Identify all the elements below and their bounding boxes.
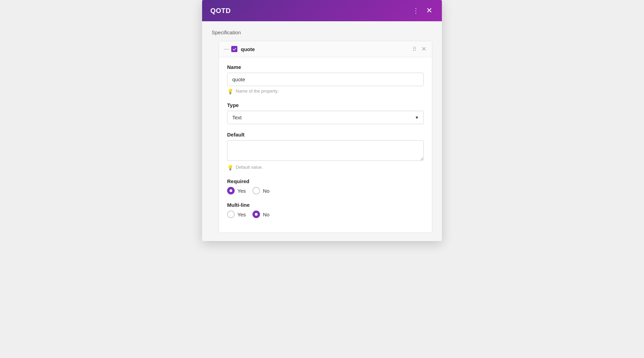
name-hint-icon: 💡: [227, 88, 234, 95]
default-hint-icon: 💡: [227, 165, 234, 171]
property-name: quote: [241, 46, 412, 52]
modal-more-options-button[interactable]: ⋮: [411, 7, 421, 15]
modal: QOTD ⋮ ✕ Specification —: [202, 0, 442, 241]
name-hint-text: Name of the property.: [236, 88, 278, 94]
multiline-yes-option[interactable]: Yes: [227, 211, 246, 218]
modal-header: QOTD ⋮ ✕: [202, 0, 442, 21]
default-hint-row: 💡 Default value.: [227, 165, 424, 171]
type-select-wrapper: Text Number Boolean Date ▼: [227, 111, 424, 124]
property-dots-icon: ⠿: [412, 46, 417, 52]
property-header-actions: ⠿ ✕: [412, 45, 427, 53]
name-hint-row: 💡 Name of the property.: [227, 88, 424, 95]
name-field-group: Name 💡 Name of the property.: [227, 64, 424, 95]
property-more-options-button[interactable]: ⠿: [412, 45, 417, 53]
default-input[interactable]: [227, 140, 424, 161]
multiline-no-label: No: [263, 212, 269, 217]
close-icon: ✕: [426, 6, 432, 15]
property-close-icon: ✕: [421, 46, 426, 52]
multiline-yes-label: Yes: [237, 212, 246, 217]
required-field-group: Required Yes No: [227, 178, 424, 194]
property-block: — quote ⠿ ✕: [219, 41, 432, 233]
multiline-no-option[interactable]: No: [252, 211, 269, 218]
modal-title: QOTD: [210, 7, 231, 15]
page-background: QOTD ⋮ ✕ Specification —: [0, 0, 644, 358]
multiline-yes-radio[interactable]: [227, 211, 235, 218]
default-hint-text: Default value.: [236, 165, 263, 170]
required-yes-option[interactable]: Yes: [227, 187, 246, 194]
name-input[interactable]: [227, 73, 424, 86]
specification-label: Specification: [212, 29, 432, 35]
multiline-no-radio[interactable]: [252, 211, 260, 218]
collapse-dash: —: [224, 46, 229, 52]
default-field-label: Default: [227, 132, 424, 138]
required-no-option[interactable]: No: [252, 187, 269, 194]
modal-header-actions: ⋮ ✕: [411, 6, 434, 15]
required-yes-radio[interactable]: [227, 187, 235, 194]
checkmark-icon: [233, 47, 236, 51]
name-field-label: Name: [227, 64, 424, 70]
property-checkbox[interactable]: [231, 46, 237, 52]
dots-icon: ⋮: [412, 7, 419, 14]
modal-body: Specification — quote ⠿: [202, 21, 442, 241]
type-select[interactable]: Text Number Boolean Date: [227, 111, 424, 124]
required-yes-label: Yes: [237, 188, 246, 194]
default-field-group: Default 💡 Default value.: [227, 132, 424, 171]
property-header: — quote ⠿ ✕: [219, 41, 432, 57]
multiline-field-label: Multi-line: [227, 202, 424, 208]
type-field-label: Type: [227, 102, 424, 108]
multiline-field-group: Multi-line Yes No: [227, 202, 424, 218]
required-no-radio[interactable]: [252, 187, 260, 194]
required-no-label: No: [263, 188, 269, 194]
property-remove-button[interactable]: ✕: [421, 45, 427, 53]
modal-close-button[interactable]: ✕: [425, 6, 434, 15]
type-field-group: Type Text Number Boolean Date ▼: [227, 102, 424, 124]
required-field-label: Required: [227, 178, 424, 184]
required-radio-group: Yes No: [227, 187, 424, 194]
property-fields: Name 💡 Name of the property. Type Text: [219, 57, 432, 232]
multiline-radio-group: Yes No: [227, 211, 424, 218]
